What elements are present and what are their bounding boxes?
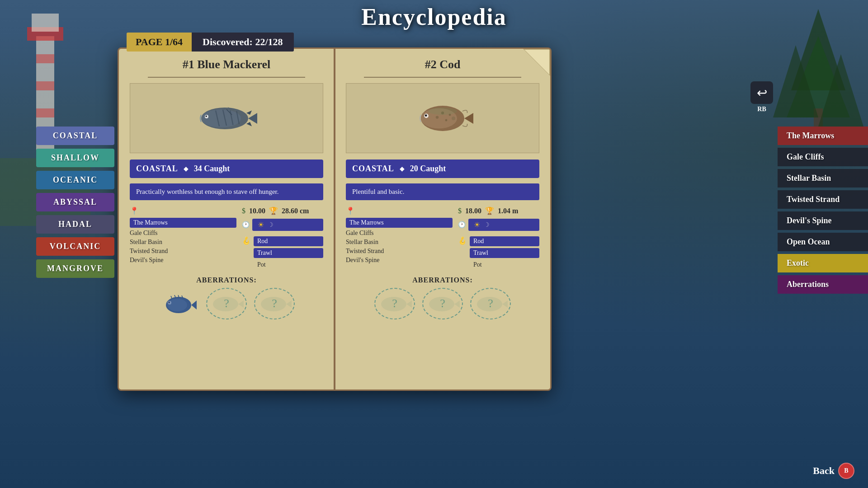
fish1-methods-list: Rod Trawl Pot [254,236,323,270]
fish2-location-twisted-strand: Twisted Strand [346,247,453,256]
fish2-aber-2: ? [422,288,463,319]
fish2-info-grid: 📍 The Marrows Gale Cliffs Stellar Basin … [346,206,539,270]
fish1-method-pot: Pot [254,260,323,270]
fish1-time-bar: 🕐 ☀ ☽ [242,219,323,231]
fish1-type: COASTAL [136,164,178,174]
blue-aber-fish-svg [158,289,199,319]
fish1-location-twisted-strand: Twisted Strand [130,247,236,256]
fish2-location-the-marrows[interactable]: The Marrows [346,218,453,228]
svg-point-15 [201,109,241,127]
back-arrow-icon: ↩ [757,85,767,100]
back-button-area[interactable]: Back B [813,463,854,479]
sidebar-item-open-ocean[interactable]: Open Ocean [778,233,868,251]
fish1-title: #1 Blue Mackerel [130,58,323,71]
sidebar-item-aberrations[interactable]: Aberrations [778,275,868,294]
fish1-caught: 34 Caught [194,164,230,174]
svg-point-49 [428,108,457,115]
fish2-method-rod: Rod [470,236,539,246]
svg-marker-55 [502,300,508,308]
sidebar-item-volcanic[interactable]: VOLCANIC [36,237,114,256]
back-btn-b-label: B [844,467,848,474]
fish2-location-gale-cliffs: Gale Cliffs [346,229,453,238]
fish2-methods-list: Rod Trawl Pot [470,236,539,270]
sidebar-item-twisted-strand[interactable]: Twisted Strand [778,190,868,209]
fish1-hook-icon: 🪝 [242,236,251,245]
svg-point-48 [452,117,455,120]
fish2-aber-3: ? [470,288,511,319]
sidebar-item-hadal[interactable]: HADAL [36,215,114,234]
fish2-stats-bar: COASTAL ◆ 20 Caught [346,160,539,178]
sidebar-item-mangrove[interactable]: MANGROVE [36,259,114,278]
svg-marker-36 [238,300,244,308]
sidebar-item-abyssal[interactable]: ABYSSAL [36,193,114,211]
fish1-price-row: $ 10.00 🏆 28.60 cm [242,206,323,215]
fish1-location-devils-spine: Devil's Spine [130,256,236,265]
page-fold [523,49,550,76]
left-sidebar: COASTAL SHALLOW OCEANIC ABYSSAL HADAL VO… [36,127,114,278]
svg-point-30 [167,299,187,311]
fish1-aberrations-row: ? ? [130,288,323,319]
page-left: #1 Blue Mackerel [119,49,334,389]
fish2-aber-3-question: ? [488,297,493,310]
fish1-aber-2-question: ? [224,297,229,310]
fish1-price: 10.00 [249,207,265,215]
fish1-title-underline [148,77,305,78]
fish1-diamond-icon: ◆ [184,165,189,173]
blue-mackerel-svg [190,94,263,143]
fish2-diamond-icon: ◆ [400,165,405,173]
svg-marker-53 [454,300,460,308]
page-info-bar: PAGE 1/64 Discovered: 22/128 [127,33,294,52]
fish2-money-icon: $ [458,207,462,215]
fish2-aber-1-question: ? [392,297,397,310]
back-label: Back [813,465,835,477]
fish1-aber-1 [158,288,199,319]
fish2-hook-icon: 🪝 [458,236,467,245]
rb-icon[interactable]: ↩ [750,81,773,104]
fish1-location-gale-cliffs: Gale Cliffs [130,229,236,238]
fish2-location-devils-spine: Devil's Spine [346,256,453,265]
fish2-location-col: 📍 The Marrows Gale Cliffs Stellar Basin … [346,206,453,270]
fish2-price-row: $ 18.00 🏆 1.04 m [458,206,539,215]
fish1-size: 28.60 cm [282,207,309,215]
fish2-time-indicator: ☀ ☽ [468,219,539,231]
fish1-trophy-icon: 🏆 [269,206,278,215]
svg-point-46 [445,119,448,121]
fish1-desc-text: Practically worthless but enough to stav… [136,188,317,196]
fish2-aber-1: ? [374,288,415,319]
discovered-badge: Discovered: 22/128 [192,33,293,52]
sidebar-item-devils-spine[interactable]: Devil's Spine [778,211,868,230]
fish1-location-the-marrows[interactable]: The Marrows [130,218,236,228]
fish2-method-pot: Pot [470,260,539,270]
fish2-description: Plentiful and basic. [346,183,539,200]
svg-marker-40 [464,113,473,124]
fish1-right-col: $ 10.00 🏆 28.60 cm 🕐 ☀ ☽ 🪝 Rod [242,206,323,270]
fish2-aberrations-label: ABERRATIONS: [346,276,539,284]
fish2-aberrations-row: ? ? ? [346,288,539,319]
fish2-right-col: $ 18.00 🏆 1.04 m 🕐 ☀ ☽ 🪝 Rod T [458,206,539,270]
fish1-methods: 🪝 Rod Trawl Pot [242,236,323,270]
fish2-clock-icon: 🕐 [458,221,466,229]
fish1-image [130,83,323,153]
svg-marker-14 [248,113,257,124]
sidebar-item-gale-cliffs[interactable]: Gale Cliffs [778,148,868,166]
svg-marker-22 [246,110,252,115]
svg-point-47 [436,116,439,118]
svg-marker-38 [286,300,292,308]
fish1-sun-icon: ☀ [258,221,264,229]
fish1-clock-icon: 🕐 [242,221,250,229]
fish1-money-icon: $ [242,207,245,215]
sidebar-item-shallow[interactable]: SHALLOW [36,149,114,167]
fish1-description: Practically worthless but enough to stav… [130,183,323,200]
encyclopedia-title: Encyclopedia [361,4,507,30]
fish1-aber-3: ? [254,288,295,319]
sidebar-item-coastal[interactable]: COASTAL [36,127,114,145]
sidebar-item-the-marrows[interactable]: The Marrows [778,127,868,145]
sidebar-item-exotic[interactable]: Exotic [778,254,868,272]
sidebar-item-oceanic[interactable]: OCEANIC [36,171,114,189]
sidebar-item-stellar-basin[interactable]: Stellar Basin [778,169,868,188]
location-pin-icon: 📍 [130,206,139,215]
fish2-size: 1.04 m [498,207,518,215]
fish2-type: COASTAL [352,164,394,174]
fish1-aber-3-question: ? [272,297,277,310]
fish2-trophy-icon: 🏆 [485,206,494,215]
